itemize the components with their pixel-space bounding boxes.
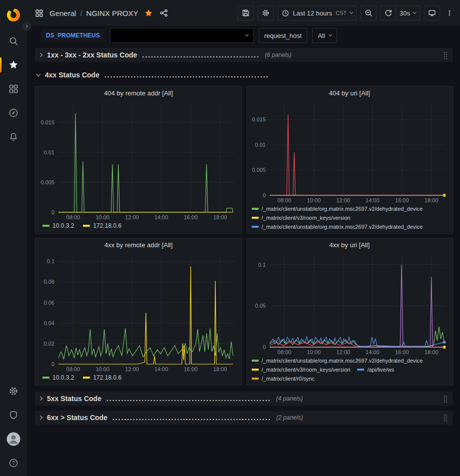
sidebar-item-server-admin[interactable] [0, 403, 27, 427]
legend-label[interactable]: /_matrix/client/unstable/org.matrix.msc2… [262, 223, 423, 230]
panel-title[interactable]: 404 by uri [All] [247, 86, 453, 100]
breadcrumb-title[interactable]: NGINX PROXY [86, 9, 138, 17]
svg-text:10:00: 10:00 [95, 366, 109, 372]
save-dashboard-button[interactable] [238, 5, 254, 20]
legend-item[interactable]: 172.18.0.6 [83, 222, 121, 229]
sidebar-item-profile[interactable] [0, 427, 27, 451]
chevron-down-icon [245, 33, 249, 36]
breadcrumb: General / NGINX PROXY [49, 9, 138, 17]
tv-mode-button[interactable] [424, 5, 440, 20]
sidebar-item-alerting[interactable] [0, 125, 27, 149]
sidebar-item-explore[interactable] [0, 101, 27, 125]
chart-canvas[interactable]: 00.020.040.060.080.108:0010:0012:0014:00… [35, 252, 242, 373]
legend-item[interactable]: /_matrix/client/v3/room_keys/version [252, 214, 351, 221]
svg-text:0.005: 0.005 [40, 179, 54, 185]
sidebar-item-help[interactable]: ? [0, 451, 27, 475]
row-drag-handle-icon[interactable]: ⣿ [443, 395, 448, 402]
row-drag-handle-icon[interactable]: ⣿ [443, 51, 448, 58]
legend-label[interactable]: /_matrix/client/v3/room_keys/version [262, 232, 351, 233]
refresh-interval-dropdown[interactable]: 30s [396, 5, 420, 20]
panel-404-by-remote-addr: 404 by remote addr [All] 00.0050.010.015… [35, 86, 242, 234]
legend-item[interactable]: /_matrix/client/unstable/org.matrix.msc2… [252, 205, 423, 212]
legend-label[interactable]: /_matrix/client/v3/room_keys/version [262, 214, 351, 221]
legend-label[interactable]: 172.18.0.6 [93, 374, 121, 381]
save-icon [242, 9, 250, 17]
legend-label[interactable]: /_matrix/client/unstable/org.matrix.msc2… [262, 384, 423, 385]
legend-label[interactable]: 10.0.3.2 [52, 222, 74, 229]
panel-title[interactable]: 4xx by uri [All] [247, 238, 453, 252]
panel-legend: 10.0.3.2172.18.0.6 [35, 221, 242, 233]
legend-label[interactable]: /api/live/ws [367, 366, 394, 373]
legend-label[interactable]: /_matrix/client/v3/room_keys/version [262, 366, 351, 373]
sidebar-item-search[interactable] [0, 29, 27, 53]
panel-chart[interactable]: 00.020.040.060.080.108:0010:0012:0014:00… [35, 252, 242, 373]
legend-label[interactable]: /_matrix/client/unstable/org.matrix.msc2… [262, 357, 423, 364]
legend-item[interactable]: /_matrix/client/v3/room_keys/version [252, 232, 351, 233]
legend-label[interactable]: /_matrix/client/unstable/org.matrix.msc2… [262, 205, 423, 212]
chart-canvas[interactable]: 00.0050.010.01508:0010:0012:0014:0016:00… [247, 100, 453, 204]
legend-item[interactable]: 10.0.3.2 [42, 222, 74, 229]
variable-value-dropdown[interactable]: All [312, 28, 337, 43]
row-title: 6xx > Status Code [47, 414, 107, 422]
apps-grid-icon[interactable] [34, 8, 44, 18]
legend-label[interactable]: /_matrix/client/r0/sync [262, 375, 315, 382]
panel-4xx-by-uri: 4xx by uri [All] 00.050.108:0010:0012:00… [246, 238, 454, 386]
sidebar-item-starred[interactable] [0, 53, 27, 77]
legend-item[interactable]: 10.0.3.2 [42, 374, 74, 381]
compass-icon [8, 108, 18, 118]
legend-item[interactable]: /_matrix/client/r0/sync [252, 375, 315, 382]
sidebar-item-configuration[interactable] [0, 379, 27, 403]
row-leader: ........................................… [106, 395, 271, 403]
row-title: 4xx Status Code [45, 71, 99, 79]
refresh-button[interactable] [381, 5, 396, 20]
legend-swatch [42, 225, 49, 227]
legend-label[interactable]: 10.0.3.2 [52, 374, 74, 381]
user-avatar [6, 432, 21, 447]
legend-label[interactable]: /sw.js [367, 232, 381, 233]
row-4xx-status-code[interactable]: 4xx Status Code ........................… [35, 68, 453, 82]
legend-item[interactable]: 172.18.0.6 [83, 374, 121, 381]
legend-item[interactable]: /_matrix/client/unstable/org.matrix.msc2… [252, 357, 423, 364]
panel-chart[interactable]: 00.0050.010.01508:0010:0012:0014:0016:00… [247, 100, 453, 204]
svg-text:10:00: 10:00 [307, 349, 321, 355]
legend-item[interactable]: /_matrix/client/v3/room_keys/version [252, 366, 351, 373]
legend-label[interactable]: 172.18.0.6 [93, 222, 121, 229]
panels-grid: 404 by remote addr [All] 00.0050.010.015… [35, 86, 453, 386]
legend-swatch [252, 360, 259, 362]
row-1xx-2xx-3xx-status-code[interactable]: 1xx - 3xx - 2xx Status Code ............… [35, 48, 453, 62]
datasource-select[interactable] [110, 28, 254, 43]
svg-text:0: 0 [262, 344, 265, 350]
chart-canvas[interactable]: 00.0050.010.01508:0010:0012:0014:0016:00… [35, 100, 242, 221]
row-drag-handle-icon[interactable]: ⣿ [443, 414, 448, 421]
svg-text:0.04: 0.04 [44, 320, 54, 326]
sidebar-expand-button[interactable] [22, 22, 31, 30]
panel-chart[interactable]: 00.0050.010.01508:0010:0012:0014:0016:00… [35, 100, 242, 221]
row-6xx-status-code[interactable]: 6xx > Status Code ......................… [35, 411, 453, 425]
svg-text:0.1: 0.1 [258, 262, 265, 268]
variable-label-request-host[interactable]: request_host [259, 28, 307, 43]
legend-item[interactable]: /api/live/ws [357, 366, 394, 373]
legend-swatch [357, 369, 364, 371]
svg-text:18:00: 18:00 [424, 349, 438, 355]
breadcrumb-section[interactable]: General [49, 9, 76, 17]
panel-legend: 10.0.3.2172.18.0.6 [35, 373, 242, 385]
dashboard-settings-button[interactable] [258, 5, 274, 20]
panel-title[interactable]: 4xx by remote addr [All] [35, 238, 242, 252]
chart-canvas[interactable]: 00.050.108:0010:0012:0014:0016:0018:00 [247, 252, 453, 356]
panel-chart[interactable]: 00.050.108:0010:0012:0014:0016:0018:00 [247, 252, 453, 356]
row-5xx-status-code[interactable]: 5xx Status Code ........................… [35, 392, 453, 406]
legend-item[interactable]: /_matrix/client/unstable/org.matrix.msc2… [252, 384, 423, 385]
legend-item[interactable]: /_matrix/client/unstable/org.matrix.msc2… [252, 223, 423, 230]
star-filled-icon [144, 9, 153, 17]
legend-item[interactable]: /sw.js [357, 232, 381, 233]
share-button[interactable] [159, 8, 169, 18]
panel-404-by-uri: 404 by uri [All] 00.0050.010.01508:0010:… [246, 86, 454, 234]
sidebar-item-dashboards[interactable] [0, 77, 27, 101]
zoom-out-button[interactable] [361, 5, 377, 20]
more-options-button[interactable] [444, 9, 455, 17]
favorite-star-button[interactable] [143, 8, 154, 18]
panel-title[interactable]: 404 by remote addr [All] [35, 86, 242, 100]
grafana-logo[interactable] [2, 4, 24, 26]
time-range-picker[interactable]: Last 12 hours CST [278, 5, 357, 20]
row-leader: ........................................… [112, 414, 271, 422]
